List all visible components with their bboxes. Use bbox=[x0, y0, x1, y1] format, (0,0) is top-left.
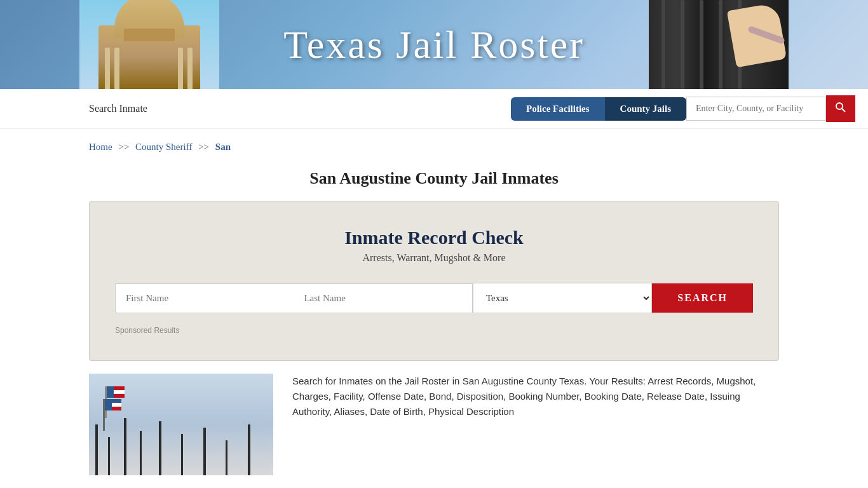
inmate-search-title: Inmate Record Check bbox=[115, 227, 753, 248]
breadcrumb-county-sheriff[interactable]: County Sheriff bbox=[135, 142, 192, 152]
inmate-search-box: Inmate Record Check Arrests, Warrant, Mu… bbox=[89, 201, 779, 361]
bottom-section: Search for Inmates on the Jail Roster in… bbox=[89, 374, 779, 488]
police-facilities-button[interactable]: Police Facilities bbox=[511, 97, 605, 121]
svg-line-1 bbox=[842, 109, 845, 112]
breadcrumb-home[interactable]: Home bbox=[89, 142, 112, 152]
header-banner: Texas Jail Roster bbox=[0, 0, 868, 89]
sponsored-label: Sponsored Results bbox=[115, 326, 753, 335]
capitol-building bbox=[79, 0, 219, 89]
page-title: San Augustine County Jail Inmates bbox=[0, 159, 868, 201]
first-name-input[interactable] bbox=[115, 283, 294, 313]
breadcrumb-sep1: >> bbox=[118, 142, 129, 152]
breadcrumb-current: San bbox=[215, 142, 231, 152]
last-name-input[interactable] bbox=[294, 283, 472, 313]
breadcrumb: Home >> County Sheriff >> San bbox=[0, 129, 868, 159]
bottom-description: Search for Inmates on the Jail Roster in… bbox=[292, 374, 779, 475]
jail-image bbox=[649, 0, 789, 89]
facility-search-button[interactable] bbox=[826, 95, 855, 122]
search-fields: AlabamaAlaskaArizonaArkansasCaliforniaCo… bbox=[115, 283, 753, 313]
site-title: Texas Jail Roster bbox=[283, 22, 585, 67]
facility-search-input[interactable] bbox=[686, 97, 826, 121]
nav-buttons: Police Facilities County Jails bbox=[511, 95, 855, 122]
county-jails-button[interactable]: County Jails bbox=[605, 97, 686, 121]
search-inmate-label: Search Inmate bbox=[89, 103, 511, 114]
svg-point-0 bbox=[836, 103, 843, 109]
state-select[interactable]: AlabamaAlaskaArizonaArkansasCaliforniaCo… bbox=[473, 283, 652, 313]
nav-bar: Search Inmate Police Facilities County J… bbox=[0, 89, 868, 129]
search-icon bbox=[835, 102, 846, 113]
inmate-search-subtitle: Arrests, Warrant, Mugshot & More bbox=[115, 252, 753, 264]
search-go-button[interactable]: SEARCH bbox=[652, 283, 753, 313]
breadcrumb-sep2: >> bbox=[198, 142, 209, 152]
bottom-image bbox=[89, 374, 273, 475]
